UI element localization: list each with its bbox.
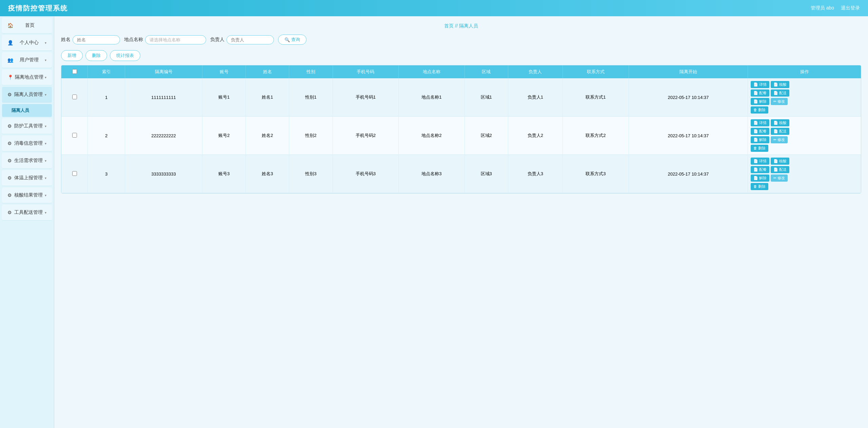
- delete-row-button[interactable]: 🗑 删除: [751, 145, 768, 152]
- logout-link[interactable]: 退出登录: [841, 5, 860, 11]
- cell-start: 2022-05-17 10:14:37: [629, 78, 748, 117]
- data-table-container: 索引 隔离编号 账号 姓名 性别 手机号码 地点名称 区域 负责人 联系方式 隔…: [61, 65, 861, 193]
- sidebar-item-disinfect[interactable]: ⚙ 消毒信息管理 ▾: [2, 136, 52, 151]
- manager-search-field: 负责人: [210, 35, 274, 44]
- sidebar-item-temp[interactable]: ⚙ 体温上报管理 ▾: [2, 170, 52, 186]
- sidebar-sub-label: 隔离人员: [12, 108, 29, 113]
- cell-contact: 联系方式3: [563, 155, 629, 193]
- deliver-button[interactable]: 📄 配送: [771, 128, 789, 135]
- sidebar-item-life[interactable]: ⚙ 生活需求管理 ▾: [2, 153, 52, 169]
- manager-input[interactable]: [226, 35, 274, 44]
- cell-area: 区域2: [465, 117, 508, 155]
- deliver-button[interactable]: 📄 配送: [771, 89, 789, 97]
- ops-row-4: 🗑 删除: [751, 145, 768, 152]
- delete-button[interactable]: 删除: [85, 50, 107, 61]
- cell-phone: 手机号码3: [333, 155, 399, 193]
- cell-ops: 📄 详情 📄 核酸 📄 配餐 📄 配送 📄 解除 ✏ 修改 🗑 删除: [748, 155, 861, 193]
- cell-checkbox: [61, 117, 88, 155]
- delete-row-button[interactable]: 🗑 删除: [751, 183, 768, 190]
- acid-button[interactable]: 📄 核酸: [771, 158, 789, 165]
- row-checkbox[interactable]: [72, 171, 77, 176]
- release-button[interactable]: 📄 解除: [751, 175, 769, 182]
- breadcrumb: 首页 // 隔离人员: [61, 23, 861, 29]
- disinfect-icon: ⚙: [7, 141, 12, 146]
- acid-button[interactable]: 📄 核酸: [771, 81, 789, 88]
- col-name: 姓名: [246, 65, 289, 78]
- data-table: 索引 隔离编号 账号 姓名 性别 手机号码 地点名称 区域 负责人 联系方式 隔…: [61, 65, 861, 193]
- chevron-down-icon: ▾: [45, 176, 46, 180]
- sidebar-item-label: 隔离地点管理: [15, 74, 43, 80]
- cell-area: 区域3: [465, 155, 508, 193]
- edit-button[interactable]: ✏ 修改: [771, 98, 788, 105]
- ops-row-2: 📄 配餐 📄 配送: [751, 166, 789, 173]
- sidebar-item-protect[interactable]: ⚙ 防护工具管理 ▾: [2, 118, 52, 134]
- release-button[interactable]: 📄 解除: [751, 136, 769, 143]
- search-bar: 姓名 地点名称 请选择地点名称 负责人 🔍 查询: [61, 35, 861, 45]
- search-button[interactable]: 🔍 查询: [278, 35, 307, 45]
- cell-code: 1111111111: [125, 78, 202, 117]
- match-button[interactable]: 📄 配餐: [751, 128, 769, 135]
- chevron-down-icon: ▾: [45, 159, 46, 163]
- cell-index: 2: [88, 117, 125, 155]
- sidebar-item-label: 工具配送管理: [14, 209, 43, 216]
- report-button[interactable]: 统计报表: [110, 50, 140, 61]
- protect-icon: ⚙: [7, 123, 12, 129]
- location-select[interactable]: 请选择地点名称: [145, 35, 206, 44]
- detail-button[interactable]: 📄 详情: [751, 119, 769, 126]
- cell-checkbox: [61, 155, 88, 193]
- select-all-checkbox[interactable]: [72, 69, 77, 74]
- sidebar-item-delivery[interactable]: ⚙ 工具配送管理 ▾: [2, 205, 52, 221]
- cell-name: 姓名1: [246, 78, 289, 117]
- name-input[interactable]: [73, 35, 120, 44]
- match-button[interactable]: 📄 配餐: [751, 166, 769, 173]
- cell-gender: 性别1: [289, 78, 333, 117]
- profile-icon: 👤: [7, 40, 13, 45]
- breadcrumb-home[interactable]: 首页: [444, 23, 454, 28]
- col-ops: 操作: [748, 65, 861, 78]
- row-checkbox[interactable]: [72, 95, 77, 99]
- col-start: 隔离开始: [629, 65, 748, 78]
- sidebar-item-isolate[interactable]: ⚙ 隔离人员管理 ▾: [2, 87, 52, 103]
- header: 疫情防控管理系统 管理员 abo 退出登录: [0, 0, 868, 16]
- acid-button[interactable]: 📄 核酸: [771, 119, 789, 126]
- ops-row-2: 📄 配餐 📄 配送: [751, 128, 789, 135]
- cell-location: 地点名称3: [399, 155, 465, 193]
- chevron-down-icon: ▾: [45, 124, 46, 128]
- match-button[interactable]: 📄 配餐: [751, 89, 769, 97]
- cell-code: 3333333333: [125, 155, 202, 193]
- sidebar-item-acid[interactable]: ⚙ 核酸结果管理 ▾: [2, 187, 52, 203]
- col-index: 索引: [88, 65, 125, 78]
- chevron-down-icon: ▾: [45, 193, 46, 197]
- search-icon: 🔍: [284, 37, 290, 42]
- cell-name: 姓名2: [246, 117, 289, 155]
- ops-cell: 📄 详情 📄 核酸 📄 配餐 📄 配送 📄 解除 ✏ 修改 🗑 删除: [751, 119, 858, 152]
- sidebar-item-isolate-person[interactable]: 隔离人员: [2, 104, 52, 117]
- chevron-down-icon: ▾: [45, 93, 46, 97]
- sidebar-item-profile[interactable]: 👤 个人中心 ▾: [2, 35, 52, 51]
- sidebar-item-label: 个人中心: [20, 40, 39, 46]
- deliver-button[interactable]: 📄 配送: [771, 166, 789, 173]
- cell-manager: 负责人2: [508, 117, 563, 155]
- edit-button[interactable]: ✏ 修改: [771, 175, 788, 182]
- table-row: 1 1111111111 账号1 姓名1 性别1 手机号码1 地点名称1 区域1…: [61, 78, 861, 117]
- cell-contact: 联系方式1: [563, 78, 629, 117]
- sidebar-item-user[interactable]: 👥 用户管理 ▾: [2, 52, 52, 68]
- detail-button[interactable]: 📄 详情: [751, 158, 769, 165]
- delivery-icon: ⚙: [7, 210, 12, 215]
- edit-button[interactable]: ✏ 修改: [771, 136, 788, 143]
- breadcrumb-separator: //: [455, 23, 458, 28]
- delete-row-button[interactable]: 🗑 删除: [751, 106, 768, 114]
- cell-gender: 性别2: [289, 117, 333, 155]
- sidebar-item-home[interactable]: 🏠 首页: [2, 18, 52, 34]
- row-checkbox[interactable]: [72, 133, 77, 138]
- sidebar-item-location[interactable]: 📍 隔离地点管理 ▾: [2, 69, 52, 85]
- ops-row-2: 📄 配餐 📄 配送: [751, 89, 789, 97]
- cell-location: 地点名称1: [399, 78, 465, 117]
- release-button[interactable]: 📄 解除: [751, 98, 769, 105]
- add-button[interactable]: 新增: [61, 50, 83, 61]
- chevron-down-icon: ▾: [45, 142, 46, 145]
- name-search-field: 姓名: [61, 35, 120, 44]
- cell-phone: 手机号码1: [333, 78, 399, 117]
- temp-icon: ⚙: [7, 175, 12, 181]
- detail-button[interactable]: 📄 详情: [751, 81, 769, 88]
